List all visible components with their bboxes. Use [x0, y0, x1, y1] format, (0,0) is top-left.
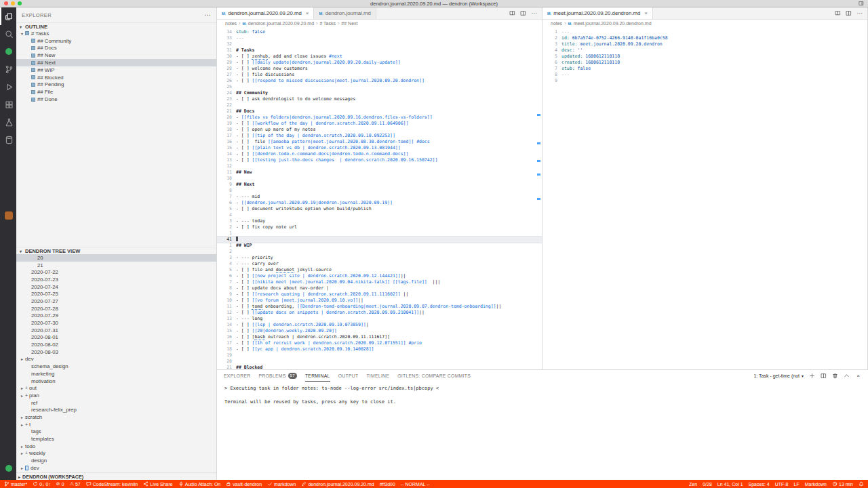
status-eol[interactable]: LF — [794, 482, 800, 487]
outline-item[interactable]: ## Blocked — [16, 74, 216, 81]
status-language-mode[interactable]: Markdown — [805, 482, 827, 487]
status-vim-mode[interactable]: -- NORMAL -- — [401, 482, 430, 487]
tree-item[interactable]: 2020-07-23 — [16, 276, 216, 283]
activity-testing-icon[interactable] — [0, 113, 16, 131]
status-git-branch[interactable]: master* — [4, 481, 27, 487]
editor-line[interactable]: 9- [ ] [[research quoting | dendron.scra… — [217, 291, 542, 298]
outline-item[interactable]: ## File — [16, 88, 216, 96]
split-editor-icon[interactable] — [846, 10, 852, 16]
editor-line[interactable]: 9 — [542, 78, 867, 84]
editor-line[interactable]: 26- [ ] [[respond to missed discussions|… — [217, 78, 542, 84]
editor-line[interactable]: 3- --- today — [217, 218, 542, 224]
outline-item[interactable]: ## WIP — [16, 66, 216, 74]
editor-line[interactable]: 18- [ ] open up more of my notes — [217, 127, 542, 133]
more-actions-icon[interactable]: ⋯ — [531, 10, 537, 16]
editor-line[interactable]: 14- [ ] [[lsp | dendron.scratch.2020.09.… — [217, 322, 542, 328]
panel-tab-output[interactable]: OUTPUT — [338, 370, 359, 382]
editor-line[interactable]: 1--- — [542, 29, 867, 35]
editor-line[interactable]: 28- [ ] welcome new customers — [217, 66, 542, 72]
editor-line[interactable]: 30- [ ] zenhub, add and close issues #ne… — [217, 54, 542, 60]
tree-item[interactable]: ▸dev — [16, 464, 216, 472]
status-git-sync[interactable]: 0↓ 0↑ — [33, 481, 51, 487]
editor-line[interactable]: 27- [ ] file discussions — [217, 72, 542, 78]
outline-item[interactable]: ▾# Tasks — [16, 30, 216, 37]
status-problems-warnings[interactable]: ⚠57 — [70, 481, 81, 487]
status-encoding[interactable]: UTF-8 — [775, 482, 789, 487]
editor-line[interactable]: 2 — [217, 249, 542, 255]
more-actions-icon[interactable]: ⋯ — [205, 12, 211, 18]
tree-item[interactable]: 2020-07-22 — [16, 268, 216, 276]
breadcrumb[interactable]: notes›M↓ dendron.journal.2020.09.20.md›#… — [217, 20, 542, 27]
editor-line[interactable]: 8- [ ] update docs about nav-order | — [217, 285, 542, 291]
new-terminal-icon[interactable] — [809, 373, 815, 379]
editor-line[interactable]: 8 — [217, 188, 542, 194]
editor-line[interactable]: 7- --- mid — [217, 194, 542, 200]
breadcrumb-item[interactable]: # Tasks — [319, 21, 336, 26]
status-audio-attach[interactable]: Audio Attach: On — [178, 481, 221, 487]
tree-item[interactable]: ▸scratch — [16, 413, 216, 421]
panel-tab-gitlens-compare-commits[interactable]: GITLENS: COMPARE COMMITS — [397, 370, 471, 382]
tree-item[interactable]: design — [16, 457, 216, 464]
editor-line[interactable]: 1## WIP — [217, 243, 542, 249]
tab[interactable]: M↓dendron.journal.md — [314, 7, 376, 19]
status-tracked-time[interactable]: 13 min — [832, 481, 853, 487]
editor-line[interactable]: 19 — [217, 352, 542, 359]
editor-line[interactable]: 10 — [217, 176, 542, 182]
outline-item[interactable]: ## New — [16, 52, 216, 59]
tree-item[interactable]: motivation — [16, 378, 216, 385]
editor-line[interactable]: 15- [ ] [[plain text vs db | dendron.scr… — [217, 145, 542, 151]
tree-item[interactable]: 2020-07-27 — [16, 298, 216, 305]
outline-item[interactable]: ## Docs — [16, 45, 216, 52]
editor-line[interactable]: 2id: 6b7a574e-0752-4266-9140-0a1f16ba0c5… — [542, 35, 867, 41]
editor-pane[interactable]: 1---2id: 6b7a574e-0752-4266-9140-0a1f16b… — [542, 27, 867, 369]
split-editor-icon[interactable] — [520, 10, 526, 16]
tree-item[interactable]: 2020-07-31 — [16, 327, 216, 334]
split-terminal-icon[interactable] — [821, 373, 827, 379]
editor-line[interactable]: 4 — [217, 212, 542, 218]
tree-item[interactable]: ▸dev — [16, 356, 216, 363]
tree-item[interactable]: templates — [16, 435, 216, 443]
breadcrumb-item[interactable]: notes — [225, 21, 237, 26]
editor-line[interactable]: 24## Community — [217, 90, 542, 96]
breadcrumb-item[interactable]: ## Next — [341, 21, 357, 26]
breadcrumb-item[interactable]: M↓ meet.journal.2020.09.20.dendron.md — [568, 21, 651, 26]
tree-item[interactable]: ▸todo — [16, 443, 216, 450]
activity-search-icon[interactable] — [0, 25, 16, 43]
panel-tab-timeline[interactable]: TIMELINE — [366, 370, 389, 382]
editor-line[interactable]: 2- [ ] fix copy note url — [217, 224, 542, 230]
breadcrumb-item[interactable]: M↓ dendron.journal.2020.09.20.md — [242, 21, 314, 26]
editor-line[interactable]: 31# Tasks — [217, 47, 542, 54]
editor-line[interactable]: 20- [[files vs folders|dendron.journal.2… — [217, 115, 542, 121]
editor-line[interactable]: 7- [ ] [[nikita meet |meet.journal.2020.… — [217, 279, 542, 285]
editor-line[interactable]: 11- [ ] tomd onboarding, [[Dendron-tomd-… — [217, 304, 542, 310]
maximize-panel-icon[interactable] — [844, 373, 850, 379]
editor-line[interactable]: 6- [[dendron.journal.2020.09.19|dendron.… — [217, 200, 542, 206]
workspace-section-header[interactable]: ▸ DENDRON (WORKSPACE) — [16, 472, 216, 480]
editor-line[interactable]: 11## New — [217, 169, 542, 176]
editor-line[interactable]: 14- [ ] [[dendron.todo.n.command-docs|de… — [217, 151, 542, 157]
outline-item[interactable]: ## Pending — [16, 81, 216, 89]
tab[interactable]: M↓meet.journal.2020.09.20.dendron.md× — [542, 7, 653, 19]
tab[interactable]: M↓dendron.journal.2020.09.20.md× — [217, 7, 314, 19]
activity-extensions-icon[interactable] — [0, 96, 16, 113]
status-problems-errors[interactable]: ⊘0 — [56, 481, 64, 487]
tree-item[interactable]: 2020-08-03 — [16, 348, 216, 356]
activity-source-control-icon[interactable] — [0, 60, 16, 78]
editor-line[interactable]: 5- [ ] file and documet jekyll-source — [217, 267, 542, 273]
editor-line[interactable]: 15- [ ] [[20|dendron.weekly.2020.09.20]] — [217, 328, 542, 334]
editor-line[interactable]: 20 — [217, 359, 542, 365]
editor-line[interactable]: 9## Next — [217, 182, 542, 188]
close-panel-icon[interactable]: × — [855, 373, 861, 379]
editor-line[interactable]: 21## Docs — [217, 108, 542, 115]
editor-line[interactable]: 3title: meet.journal.2020.09.20.dendron — [542, 41, 867, 47]
editor-line[interactable]: 5updated: 1600612110118 — [542, 54, 867, 60]
editor-line[interactable]: 4desc: '' — [542, 47, 867, 54]
activity-codestream-icon[interactable] — [0, 207, 16, 224]
editor-line[interactable]: 6created: 1600612110118 — [542, 60, 867, 66]
tree-item[interactable]: 20 — [16, 254, 216, 262]
editor-pane[interactable]: 34stub: false33---3231# Tasks30- [ ] zen… — [217, 27, 542, 369]
outline-section-header[interactable]: ▾ OUTLINE — [16, 22, 216, 30]
panel-tab-explorer[interactable]: EXPLORER — [224, 370, 250, 382]
activity-account-icon[interactable] — [0, 460, 16, 477]
activity-snippets-icon[interactable] — [0, 131, 16, 148]
